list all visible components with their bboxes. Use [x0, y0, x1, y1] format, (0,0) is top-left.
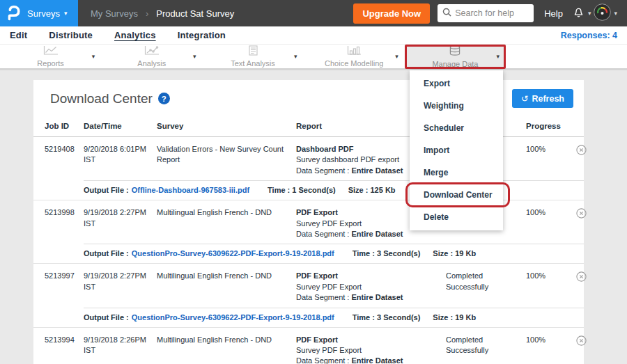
chevron-down-icon: ▾ [588, 10, 591, 17]
data-segment: Data Segment : Entire Dataset [296, 292, 436, 303]
nav-item-edit[interactable]: Edit [10, 30, 27, 40]
toolbar-item-analysis[interactable]: Analysis ▾ [101, 45, 202, 68]
notifications-menu[interactable]: ▾ [572, 6, 594, 22]
cancel-job-button[interactable] [576, 144, 587, 176]
data-segment: Data Segment : Entire Dataset [296, 356, 436, 364]
upgrade-now-button[interactable]: Upgrade Now [353, 3, 430, 24]
job-size: Size : 19 Kb [433, 313, 476, 322]
analytics-toolbar: Reports ▾ Analysis ▾ Text Analysis ▾ [0, 45, 627, 70]
menu-item-scheduler[interactable]: Scheduler [410, 117, 503, 139]
chevron-down-icon[interactable]: ▾ [496, 54, 500, 60]
breadcrumb: My Surveys › Product Sat Survey [91, 8, 234, 19]
menu-item-download-center[interactable]: Download Center [410, 184, 503, 206]
cancel-job-button[interactable] [576, 207, 587, 239]
job-time: Time : 3 Second(s) [353, 249, 421, 258]
responses-count: Responses: 4 [561, 31, 617, 40]
job-size: Size : 19 Kb [433, 249, 476, 258]
output-file-row: Output File : QuestionPro-Survey-6309622… [84, 308, 584, 327]
breadcrumb-my-surveys[interactable]: My Surveys [91, 8, 138, 19]
chevron-down-icon[interactable]: ▾ [395, 54, 398, 60]
status-cell: Completed Successfully [446, 271, 526, 303]
survey-cell: Validation Errors - New Survey Count Rep… [157, 144, 296, 176]
chevron-down-icon[interactable]: ▾ [193, 54, 196, 60]
datetime-cell: 9/19/2018 2:26PM IST [84, 335, 157, 364]
cancel-job-button[interactable] [576, 335, 587, 364]
menu-item-delete[interactable]: Delete [410, 206, 503, 228]
search-input[interactable] [455, 8, 529, 18]
menu-item-import[interactable]: Import [410, 139, 503, 161]
toolbar-item-label: Text Analysis [231, 59, 275, 68]
menu-item-label: Download Center [424, 190, 493, 200]
datetime-cell: 9/19/2018 2:27PM IST [84, 271, 157, 303]
job-size: Size : 125 Kb [348, 186, 396, 194]
toolbar-item-label: Reports [37, 59, 64, 68]
refresh-icon: ↺ [521, 94, 528, 104]
report-name: PDF Export [296, 271, 436, 281]
output-file-label: Output File : [84, 313, 129, 322]
line-chart-icon [42, 45, 59, 58]
surveys-app-menu[interactable]: Surveys ▾ [0, 0, 78, 26]
cancel-job-button[interactable] [576, 271, 587, 303]
refresh-label: Refresh [532, 94, 564, 104]
data-segment: Data Segment : Entire Dataset [296, 229, 436, 239]
avatar [594, 3, 611, 24]
help-search-box[interactable] [438, 4, 534, 22]
status-cell: Completed Successfully [446, 335, 526, 364]
table-row: 5213997 9/19/2018 2:27PM IST Multilingua… [33, 264, 584, 327]
output-file-link[interactable]: QuestionPro-Survey-6309622-PDF-Export-9-… [132, 313, 334, 322]
toolbar-item-label: Analysis [137, 59, 166, 68]
job-time: Time : 3 Second(s) [353, 313, 421, 322]
output-file-link[interactable]: Offline-Dashboard-967583-iii.pdf [132, 186, 249, 194]
help-link[interactable]: Help [544, 8, 563, 19]
job-id-cell: 5213994 [45, 335, 84, 364]
account-menu[interactable]: ▾ [594, 3, 620, 24]
chevron-down-icon[interactable]: ▾ [294, 54, 297, 60]
toolbar-item-manage-data[interactable]: Manage Data ▾ [405, 45, 506, 68]
toolbar-item-choice-modelling[interactable]: Choice Modelling ▾ [304, 45, 405, 68]
report-cell: PDF Export Survey PDF Export Data Segmen… [296, 271, 446, 303]
job-id-cell: 5219408 [45, 144, 84, 176]
toolbar-item-text-analysis[interactable]: Text Analysis ▾ [202, 45, 303, 68]
nav-item-analytics[interactable]: Analytics [114, 30, 156, 40]
menu-item-export[interactable]: Export [410, 72, 503, 95]
report-name: PDF Export [296, 335, 436, 345]
report-cell: PDF Export Survey PDF Export Data Segmen… [296, 335, 446, 364]
refresh-button[interactable]: ↺Refresh [512, 89, 573, 108]
progress-cell: 100% [526, 271, 576, 303]
output-file-row: Output File : Offline-Dashboard-967583-i… [84, 180, 584, 200]
chevron-down-icon: ▾ [614, 10, 617, 17]
column-header-survey: Survey [157, 122, 296, 130]
job-id-cell: 5213998 [45, 207, 84, 239]
survey-nav: Edit Distribute Analytics Integration Re… [0, 26, 627, 45]
menu-item-merge[interactable]: Merge [410, 161, 503, 184]
toolbar-item-label: Manage Data [432, 60, 478, 68]
datetime-cell: 9/19/2018 2:27PM IST [84, 207, 157, 239]
toolbar-item-reports[interactable]: Reports ▾ [0, 45, 101, 68]
bell-icon [572, 6, 585, 22]
nav-item-integration[interactable]: Integration [178, 30, 226, 40]
breadcrumb-current-survey: Product Sat Survey [156, 8, 234, 19]
job-id-cell: 5213997 [45, 271, 84, 303]
circle-x-icon [576, 208, 587, 239]
progress-cell: 100% [526, 144, 576, 176]
nav-item-distribute[interactable]: Distribute [49, 30, 93, 40]
circle-x-icon [576, 335, 587, 364]
datetime-cell: 9/20/2018 6:01PM IST [84, 144, 157, 176]
circle-x-icon [576, 271, 587, 303]
help-question-icon[interactable]: ? [158, 93, 170, 104]
database-icon [449, 45, 461, 59]
output-file-row: Output File : QuestionPro-Survey-6309622… [84, 244, 584, 263]
chevron-down-icon: ▾ [64, 10, 68, 17]
output-file-link[interactable]: QuestionPro-Survey-6309622-PDF-Export-9-… [132, 249, 334, 258]
search-icon [442, 7, 451, 19]
column-header-datetime: Date/Time [84, 122, 157, 130]
survey-cell: Multilingual English French - DND [157, 335, 296, 364]
report-description: Survey PDF Export [296, 282, 436, 292]
chevron-down-icon[interactable]: ▾ [92, 54, 95, 60]
progress-cell: 100% [526, 335, 576, 364]
menu-item-weighting[interactable]: Weighting [410, 95, 503, 117]
progress-cell: 100% [526, 207, 576, 239]
text-document-icon [249, 45, 258, 58]
questionpro-logo-icon [6, 3, 21, 24]
surveys-menu-label: Surveys [27, 8, 60, 19]
